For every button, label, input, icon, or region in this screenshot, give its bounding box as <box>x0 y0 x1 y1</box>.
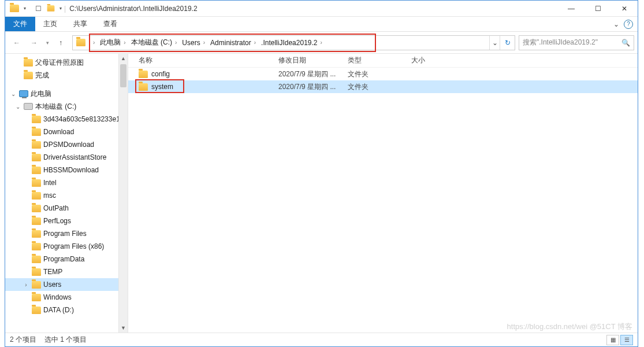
tree-item[interactable]: Download <box>5 125 128 138</box>
file-row[interactable]: config 2020/7/9 星期四 ... 文件夹 <box>128 68 638 80</box>
column-headers[interactable]: 名称 修改日期 类型 大小 <box>128 54 638 68</box>
pc-icon <box>19 90 28 97</box>
col-header-size[interactable]: 大小 <box>411 56 457 65</box>
tree-item[interactable]: 父母证件照原图 <box>5 56 128 69</box>
new-folder-icon[interactable] <box>46 3 56 14</box>
folder-icon <box>32 230 41 238</box>
sidebar-scrollbar[interactable]: ▲ ▼ <box>118 54 128 333</box>
nav-back-button[interactable]: ← <box>9 35 25 51</box>
minimize-button[interactable]: — <box>558 1 585 17</box>
file-date: 2020/7/9 星期四 ... <box>278 82 348 92</box>
col-header-name[interactable]: 名称 <box>128 56 278 65</box>
file-date: 2020/7/9 星期四 ... <box>278 69 348 79</box>
maximize-button[interactable]: ☐ <box>585 1 611 17</box>
file-rows: config 2020/7/9 星期四 ... 文件夹 system 2020/… <box>128 68 638 333</box>
tree-item[interactable]: Intel <box>5 176 128 189</box>
tree-item[interactable]: Windows <box>5 291 128 304</box>
col-header-type[interactable]: 类型 <box>348 56 411 65</box>
tree-item[interactable]: ProgramData <box>5 253 128 265</box>
folder-icon <box>32 154 41 161</box>
tree-item-pc[interactable]: ⌄此电脑 <box>5 87 128 100</box>
statusbar: 2 个项目 选中 1 个项目 ▦ ☰ <box>5 333 638 346</box>
window-controls: — ☐ ✕ <box>558 1 638 17</box>
tree-item[interactable]: DATA (D:) <box>5 304 128 316</box>
file-row[interactable]: system 2020/7/9 星期四 ... 文件夹 <box>128 80 638 93</box>
breadcrumb-item: 本地磁盘 (C:)› <box>130 38 181 47</box>
file-type: 文件夹 <box>348 82 411 92</box>
folder-icon <box>32 294 41 301</box>
folder-icon <box>32 307 41 314</box>
explorer-window: ▾ ☐ ▾ | C:\Users\Administrator\.IntelliJ… <box>5 0 638 347</box>
folder-icon <box>24 59 33 67</box>
folder-icon <box>139 71 148 78</box>
address-dropdown-icon[interactable]: ⌄ <box>489 36 500 50</box>
folder-icon <box>32 217 41 225</box>
folder-icon <box>32 192 41 200</box>
status-count: 2 个项目 <box>10 335 36 345</box>
tree-item[interactable]: PerfLogs <box>5 215 128 227</box>
tree-item[interactable]: 3d434a603c5e813233e1 <box>5 113 128 125</box>
folder-icon <box>32 167 41 174</box>
search-icon[interactable]: 🔍 <box>621 39 630 47</box>
chevron-down-icon[interactable]: ▾ <box>24 6 26 11</box>
view-details-button[interactable]: ☰ <box>620 335 633 345</box>
search-input[interactable]: 搜索".IntelliJIdea2019.2" 🔍 <box>519 35 634 50</box>
file-type: 文件夹 <box>348 69 411 79</box>
scroll-down-icon[interactable]: ▼ <box>119 323 128 333</box>
tree-item[interactable]: OutPath <box>5 202 128 215</box>
ribbon-expand-icon[interactable]: ⌄ <box>613 20 619 28</box>
help-icon[interactable]: ? <box>624 20 633 29</box>
chevron-right-icon[interactable]: › <box>121 39 128 46</box>
address-bar[interactable]: › 此电脑› 本地磁盘 (C:)› Users› Administrator› … <box>72 35 515 50</box>
folder-icon <box>24 72 33 79</box>
qat-dropdown-icon[interactable]: ▾ <box>59 6 62 11</box>
ribbon-tab-view[interactable]: 查看 <box>95 17 125 31</box>
folder-icon <box>139 83 148 91</box>
navbar: ← → ▾ ↑ › 此电脑› 本地磁盘 (C:)› Users› Adminis… <box>5 32 638 54</box>
tree-item[interactable]: 完成 <box>5 69 128 82</box>
ribbon-file-tab[interactable]: 文件 <box>5 17 35 31</box>
titlebar: ▾ ☐ ▾ | C:\Users\Administrator\.IntelliJ… <box>5 1 638 17</box>
chevron-right-icon[interactable]: › <box>172 39 180 46</box>
chevron-right-icon[interactable]: › <box>317 39 325 46</box>
tree-item[interactable]: Program Files <box>5 227 128 240</box>
folder-icon <box>32 205 41 212</box>
chevron-right-icon[interactable]: › <box>251 39 259 46</box>
file-name: config <box>151 70 170 78</box>
nav-up-button[interactable]: ↑ <box>53 35 69 51</box>
chevron-right-icon[interactable]: › <box>200 39 208 46</box>
content-area: 父母证件照原图完成⌄此电脑⌄本地磁盘 (C:)3d434a603c5e81323… <box>5 54 638 333</box>
breadcrumb-item: 此电脑› <box>99 38 129 47</box>
view-thumbnails-button[interactable]: ▦ <box>606 335 619 345</box>
ribbon-tab-share[interactable]: 共享 <box>65 17 95 31</box>
ribbon-tab-home[interactable]: 主页 <box>35 17 65 31</box>
file-list: 名称 修改日期 类型 大小 config 2020/7/9 星期四 ... 文件… <box>128 54 638 333</box>
properties-icon[interactable]: ☐ <box>33 3 43 14</box>
search-placeholder: 搜索".IntelliJIdea2019.2" <box>523 38 598 47</box>
tree-item[interactable]: ›Users <box>5 278 128 291</box>
nav-history-dropdown[interactable]: ▾ <box>43 35 51 51</box>
breadcrumb-root-sep[interactable]: › <box>89 39 99 46</box>
folder-icon <box>32 128 41 136</box>
tree-item-drive[interactable]: ⌄本地磁盘 (C:) <box>5 100 128 113</box>
tree-item[interactable]: DriverAssistantStore <box>5 151 128 164</box>
refresh-button[interactable]: ↻ <box>500 36 515 50</box>
scroll-up-icon[interactable]: ▲ <box>119 54 128 63</box>
file-name: system <box>151 83 173 91</box>
nav-forward-button[interactable]: → <box>26 35 42 51</box>
tree-item[interactable]: HBSSMDownload <box>5 164 128 176</box>
breadcrumb-item: Users› <box>181 39 209 47</box>
col-header-date[interactable]: 修改日期 <box>278 56 348 65</box>
nav-tree[interactable]: 父母证件照原图完成⌄此电脑⌄本地磁盘 (C:)3d434a603c5e81323… <box>5 54 128 333</box>
folder-icon <box>32 243 41 250</box>
scrollbar-thumb[interactable] <box>120 64 126 87</box>
tree-item[interactable]: TEMP <box>5 265 128 278</box>
drive-icon <box>24 103 33 110</box>
tree-item[interactable]: msc <box>5 189 128 202</box>
tree-item[interactable]: Program Files (x86) <box>5 240 128 253</box>
quick-access-toolbar: ☐ ▾ | <box>33 3 66 14</box>
window-title: C:\Users\Administrator\.IntelliJIdea2019… <box>66 5 558 13</box>
close-button[interactable]: ✕ <box>611 1 638 17</box>
tree-item[interactable]: DPSMDownload <box>5 138 128 151</box>
status-selected: 选中 1 个项目 <box>44 335 87 345</box>
